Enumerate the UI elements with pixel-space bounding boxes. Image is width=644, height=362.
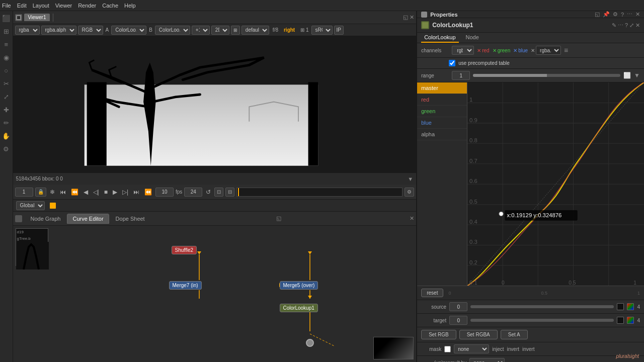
source-black-btn[interactable] <box>617 303 624 310</box>
prev-frame-btn[interactable]: ◀ <box>82 188 90 196</box>
roi-btn[interactable]: ⊟ <box>225 188 234 197</box>
next-frame-btn[interactable]: ▷| <box>121 188 130 196</box>
skip-end-btn[interactable]: ⏭ <box>132 188 141 196</box>
range-slider[interactable] <box>473 74 620 77</box>
range-white-btn[interactable]: ⬜ <box>623 72 631 79</box>
node-more-btn[interactable]: ⋯ <box>618 22 623 29</box>
target-input[interactable] <box>449 316 467 325</box>
sidebar-icon-circle[interactable]: ○ <box>1 65 11 75</box>
scope-dropdown[interactable]: Global <box>16 201 45 210</box>
tab-node[interactable]: Node <box>463 33 482 43</box>
menu-render[interactable]: Render <box>78 3 96 9</box>
green-x[interactable]: ✕ <box>493 48 497 53</box>
sidebar-icon-grid[interactable]: ⊞ <box>1 26 11 36</box>
alpha-dropdown[interactable]: rgba.alph <box>41 26 76 35</box>
snowflake-btn[interactable]: ❄ <box>48 188 56 196</box>
red-x[interactable]: ✕ <box>477 48 481 53</box>
source-rgb-btn[interactable] <box>627 303 634 310</box>
menu-file[interactable]: File <box>2 3 11 9</box>
precomp-checkbox[interactable] <box>449 60 455 66</box>
output-connector[interactable] <box>306 339 314 347</box>
menu-cache[interactable]: Cache <box>102 3 118 9</box>
blue-x[interactable]: ✕ <box>513 48 517 53</box>
menu-viewer[interactable]: Viewer <box>55 3 72 9</box>
menu-layout[interactable]: Layout <box>33 3 49 9</box>
stop-btn[interactable]: ■ <box>103 188 109 196</box>
srgb-dropdown[interactable]: sRGB <box>311 26 333 35</box>
rgba-dropdown[interactable]: rgba.. <box>536 46 561 55</box>
panel-expand-btn[interactable]: ◱ <box>276 215 281 222</box>
node-b-select[interactable]: ColorLoo... <box>155 26 190 35</box>
frame-view-btn[interactable]: ⊡ <box>214 188 223 197</box>
reset-btn[interactable]: reset <box>421 289 443 297</box>
props-close-btn[interactable]: ✕ <box>635 11 640 18</box>
sidebar-icon-paint[interactable]: ✏ <box>1 118 11 128</box>
viewer1-tab[interactable]: Viewer1 <box>24 14 50 21</box>
target-slider[interactable] <box>470 319 614 322</box>
sidebar-icon-viewer[interactable]: ⬛ <box>1 13 11 23</box>
current-frame-input[interactable] <box>15 188 33 197</box>
channel-blue-item[interactable]: blue <box>417 117 467 129</box>
source-slider[interactable] <box>470 305 614 308</box>
node-a-select[interactable]: ColorLoo... <box>111 26 146 35</box>
mask-checkbox[interactable] <box>444 346 451 352</box>
format-btn[interactable]: ⊞ <box>231 26 240 35</box>
node-expand-btn[interactable]: ⤢ <box>629 22 634 29</box>
set-rgb-btn[interactable]: Set RGB <box>421 330 456 339</box>
sidebar-icon-hand[interactable]: ✋ <box>1 131 11 141</box>
source-input[interactable] <box>449 302 467 311</box>
viewer-float-btn[interactable]: ◱ <box>403 14 408 21</box>
shuffle-node[interactable]: Shuffle2 <box>172 246 197 254</box>
channels-menu-btn[interactable]: ≡ <box>564 46 568 54</box>
unpremult-dropdown[interactable]: none <box>469 358 505 362</box>
sidebar-icon-layers[interactable]: ≡ <box>1 39 11 49</box>
ip-btn[interactable]: IP <box>334 26 344 35</box>
inject-btn[interactable]: inject <box>492 346 504 352</box>
merge2-node[interactable]: Merge5 (over) <box>280 281 318 290</box>
invert-btn[interactable]: invert <box>507 346 519 352</box>
range-arrow-btn[interactable]: ▼ <box>634 72 640 79</box>
channel-red[interactable]: ✕ red <box>477 48 489 53</box>
channel-red-item[interactable]: red <box>417 94 467 106</box>
lock-btn[interactable]: 🔒 <box>35 188 46 197</box>
props-more-btn[interactable]: ⋯ <box>627 11 632 18</box>
props-help-btn[interactable]: ? <box>621 12 624 18</box>
panel-close-btn[interactable]: ✕ <box>410 215 414 222</box>
sidebar-icon-color[interactable]: ◉ <box>1 52 11 62</box>
channel-green-item[interactable]: green <box>417 106 467 117</box>
colorlookup-node[interactable]: ColorLookup1 <box>280 304 318 312</box>
channel-master[interactable]: master <box>417 82 467 94</box>
tab-node-graph[interactable]: Node Graph <box>25 214 66 224</box>
target-black-btn[interactable] <box>617 317 624 324</box>
menu-help[interactable]: Help <box>124 3 136 9</box>
status-dropdown-arrow[interactable]: ▼ <box>408 176 413 182</box>
set-a-btn[interactable]: Set A <box>501 330 528 339</box>
props-settings-btn[interactable]: ⚙ <box>613 11 618 18</box>
sidebar-icon-crop[interactable]: ✂ <box>1 78 11 88</box>
sidebar-icon-settings[interactable]: ⚙ <box>1 144 11 154</box>
node-graph[interactable]: Shuffle2 Merge7 (in) Merge5 (over) Color… <box>13 226 417 362</box>
channel-green[interactable]: ✕ green <box>493 48 511 53</box>
prev-10-btn[interactable]: ⏪ <box>143 188 153 196</box>
node-help-btn[interactable]: ? <box>625 22 628 29</box>
tab-colorlookup[interactable]: ColorLookup <box>421 33 458 43</box>
node-close-btn[interactable]: ✕ <box>635 22 640 29</box>
prev-keyframe-btn[interactable]: ⏪ <box>69 188 80 196</box>
render-dropdown[interactable]: default <box>242 26 269 35</box>
range-input[interactable] <box>452 71 470 80</box>
colorspace-dropdown[interactable]: RGB <box>78 26 103 35</box>
timeline-scrub[interactable] <box>236 188 403 197</box>
props-float-btn[interactable]: ◱ <box>595 11 600 18</box>
mask-dropdown[interactable]: none <box>454 344 489 353</box>
gain-dropdown[interactable]: +11 <box>192 26 210 35</box>
frame-count-input[interactable] <box>155 188 174 197</box>
skip-start-btn[interactable]: ⏮ <box>58 188 67 196</box>
node-edit-btn[interactable]: ✎ <box>612 22 616 29</box>
play-btn[interactable]: ▶ <box>111 188 119 196</box>
sidebar-icon-add[interactable]: ✚ <box>1 105 11 115</box>
channel-rgba[interactable]: ✕ rgba.. <box>531 46 561 55</box>
channel-dropdown[interactable]: rgba <box>15 26 40 35</box>
tab-dope-sheet[interactable]: Dope Sheet <box>110 214 150 224</box>
channel-alpha-item[interactable]: alpha <box>417 129 467 140</box>
props-pin-btn[interactable]: 📌 <box>603 11 610 18</box>
